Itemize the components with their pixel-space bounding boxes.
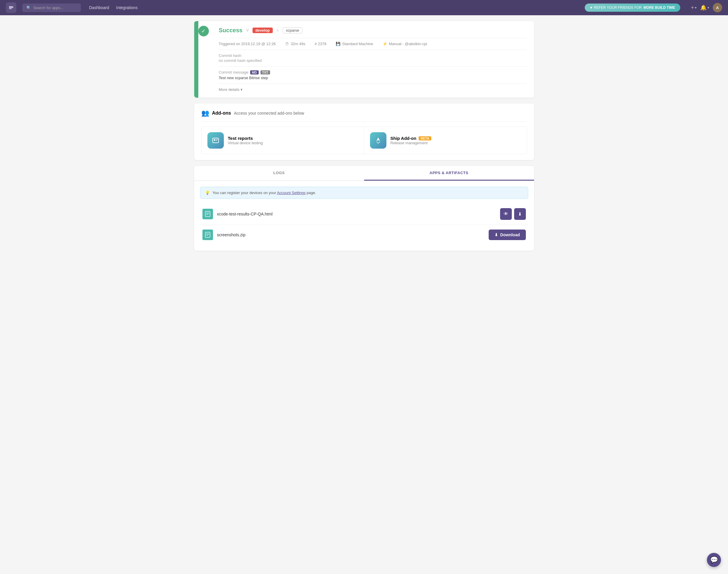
file-name-html: xcode-test-results-CP-QA.html <box>217 212 496 216</box>
refer-banner[interactable]: ♥ REFER YOUR FRIENDS FOR MORE BUILD TIME <box>585 3 680 12</box>
build-trigger-type: ⚡ Manual - @abotkin-cpi <box>382 42 427 46</box>
git-branch-icon: ⑂ <box>246 28 249 33</box>
clock-icon: ⏱ <box>285 42 289 46</box>
duration-text: 32m 49s <box>290 42 305 46</box>
xcparse-tag: xcparse <box>283 27 303 33</box>
download-arrow-icon: ⬇ <box>518 211 522 217</box>
app-logo[interactable] <box>6 2 16 13</box>
heart-icon: ♥ <box>590 6 592 10</box>
build-duration: ⏱ 32m 49s <box>285 42 305 46</box>
addon-ship-name: Ship Add-on BETA <box>391 136 431 141</box>
test-reports-icon <box>208 132 224 149</box>
commit-message-label: Commit message MD TXT <box>219 70 527 75</box>
lightbulb-icon: 💡 <box>205 191 210 195</box>
refer-text: REFER YOUR FRIENDS FOR <box>594 6 642 10</box>
addon-ship-desc: Release management <box>391 141 431 145</box>
search-input[interactable] <box>33 6 75 10</box>
svg-rect-5 <box>214 139 215 141</box>
fork-icon: ⑃ <box>276 28 279 33</box>
triggered-text: Triggered on 2019.12.19 @ 12:26 <box>219 42 276 46</box>
download-icon-button[interactable]: ⬇ <box>514 208 526 220</box>
svg-rect-8 <box>206 211 210 217</box>
trigger-text: Manual - @abotkin-cpi <box>389 42 427 46</box>
navbar: 🔍 Dashboard Integrations ♥ REFER YOUR FR… <box>0 0 728 15</box>
tabs-card: LOGS APPS & ARTIFACTS 💡 You can register… <box>194 166 534 251</box>
file-row-zip: screenshots.zip ⬇ Download <box>200 225 528 245</box>
addons-card: 👥 Add-ons Access your connected add-ons … <box>194 104 534 160</box>
notifications-button[interactable]: 🔔 ▾ <box>700 4 709 11</box>
account-settings-link[interactable]: Account Settings <box>277 191 306 195</box>
build-number: # 2378 <box>315 42 326 46</box>
build-header: Success ⑂ develop ⑃ xcparse <box>219 27 527 34</box>
svg-point-3 <box>9 6 10 7</box>
avatar[interactable]: A <box>713 3 722 12</box>
chat-bubble[interactable]: 💬 <box>707 553 721 567</box>
tab-apps-artifacts[interactable]: APPS & ARTIFACTS <box>364 166 534 180</box>
commit-hash-label: Commit hash: <box>219 53 527 58</box>
commit-message-section: Commit message MD TXT Test new xcparse B… <box>219 70 527 80</box>
download-button[interactable]: ⬇ Download <box>489 230 526 240</box>
addons-subtitle: Access your connected add-ons below <box>234 111 304 116</box>
info-banner-text: You can register your devices on your Ac… <box>213 191 316 195</box>
info-banner: 💡 You can register your devices on your … <box>200 187 528 199</box>
chevron-down-icon: ▾ <box>240 87 242 92</box>
addons-grid: Test reports Virtual device testing Ship… <box>201 127 527 154</box>
addon-item-test-reports[interactable]: Test reports Virtual device testing <box>201 127 364 154</box>
machine-text: Standard Machine <box>342 42 373 46</box>
commit-hash-section: Commit hash: no commit hash specified <box>219 53 527 63</box>
machine-icon: 💾 <box>336 42 340 46</box>
build-triggered: Triggered on 2019.12.19 @ 12:26 <box>219 42 276 46</box>
svg-rect-12 <box>206 232 210 238</box>
more-details-toggle[interactable]: More details ▾ <box>219 87 527 92</box>
commit-hash-value: no commit hash specified <box>219 58 527 63</box>
search-icon: 🔍 <box>27 6 31 10</box>
addon-ship-info: Ship Add-on BETA Release management <box>391 136 431 145</box>
download-button-label: Download <box>500 233 520 237</box>
addon-test-desc: Virtual device testing <box>228 141 263 145</box>
build-card-content: Success ⑂ develop ⑃ xcparse Triggered on… <box>212 21 534 97</box>
search-bar[interactable]: 🔍 <box>22 3 81 12</box>
eye-icon: 👁 <box>504 211 508 217</box>
beta-badge: BETA <box>419 136 431 140</box>
trigger-icon: ⚡ <box>382 42 387 46</box>
svg-rect-2 <box>9 8 12 9</box>
build-status-text: Success <box>219 27 242 34</box>
navbar-actions: + ▾ 🔔 ▾ A <box>691 3 722 12</box>
branch-tag: develop <box>253 28 273 33</box>
chat-icon: 💬 <box>710 556 718 564</box>
refer-bold: MORE BUILD TIME <box>643 6 675 10</box>
integrations-link[interactable]: Integrations <box>116 5 138 10</box>
addon-test-name: Test reports <box>228 136 263 141</box>
tab-logs[interactable]: LOGS <box>194 166 364 180</box>
md-badge: MD <box>250 70 259 75</box>
svg-rect-4 <box>213 138 219 143</box>
main-content: ✓ Success ⑂ develop ⑃ xcparse Triggered … <box>188 15 540 256</box>
build-divider-3 <box>219 66 527 67</box>
file-row-html: xcode-test-results-CP-QA.html 👁 ⬇ <box>200 203 528 225</box>
txt-badge: TXT <box>261 70 270 75</box>
file-actions-zip: ⬇ Download <box>489 230 526 240</box>
check-icon: ✓ <box>198 26 209 36</box>
tabs-content: 💡 You can register your devices on your … <box>194 181 534 251</box>
preview-button[interactable]: 👁 <box>500 208 512 220</box>
file-actions-html: 👁 ⬇ <box>500 208 526 220</box>
status-bar-green <box>194 21 198 97</box>
addon-test-info: Test reports Virtual device testing <box>228 136 263 145</box>
build-divider-2 <box>219 49 527 50</box>
build-machine: 💾 Standard Machine <box>336 42 373 46</box>
addon-item-ship[interactable]: Ship Add-on BETA Release management <box>364 127 527 154</box>
build-number-text: # 2378 <box>315 42 326 46</box>
add-button[interactable]: + ▾ <box>691 5 697 11</box>
status-check-area: ✓ <box>198 21 212 97</box>
file-icon-zip <box>202 230 213 240</box>
nav-links: Dashboard Integrations <box>89 5 138 10</box>
addons-title: Add-ons <box>212 111 231 116</box>
ship-addon-icon <box>370 132 386 149</box>
commit-message-text: Test new xcparse Bitrise step <box>219 76 527 80</box>
addons-divider <box>201 122 527 122</box>
build-card: ✓ Success ⑂ develop ⑃ xcparse Triggered … <box>194 21 534 97</box>
dashboard-link[interactable]: Dashboard <box>89 5 109 10</box>
file-icon-html <box>202 209 213 219</box>
svg-rect-1 <box>9 7 13 8</box>
download-button-icon: ⬇ <box>495 233 498 237</box>
